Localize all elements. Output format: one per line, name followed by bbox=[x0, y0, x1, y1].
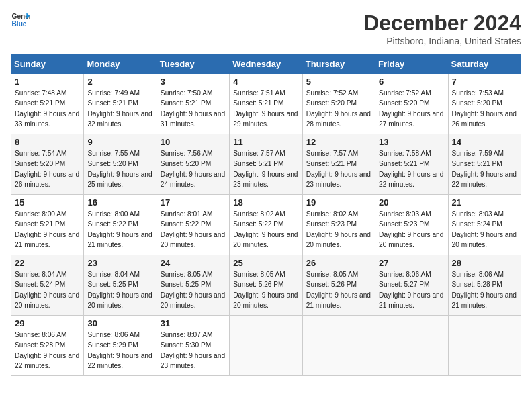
day-info: Sunrise: 8:00 AMSunset: 5:21 PMDaylight:… bbox=[15, 210, 79, 248]
day-number: 14 bbox=[452, 137, 517, 147]
day-number: 9 bbox=[87, 137, 152, 147]
column-header-thursday: Thursday bbox=[302, 55, 375, 74]
day-info: Sunrise: 7:55 AMSunset: 5:20 PMDaylight:… bbox=[87, 150, 152, 188]
day-number: 24 bbox=[161, 258, 226, 268]
day-info: Sunrise: 7:59 AMSunset: 5:21 PMDaylight:… bbox=[452, 150, 517, 188]
day-info: Sunrise: 8:06 AMSunset: 5:27 PMDaylight:… bbox=[379, 271, 443, 309]
calendar-cell: 2Sunrise: 7:49 AMSunset: 5:21 PMDaylight… bbox=[84, 74, 157, 134]
column-header-wednesday: Wednesday bbox=[230, 55, 302, 74]
day-info: Sunrise: 7:52 AMSunset: 5:20 PMDaylight:… bbox=[379, 89, 443, 128]
calendar-cell: 25Sunrise: 8:05 AMSunset: 5:26 PMDayligh… bbox=[230, 255, 302, 316]
day-info: Sunrise: 7:52 AMSunset: 5:20 PMDaylight:… bbox=[306, 89, 371, 128]
day-number: 20 bbox=[379, 197, 444, 208]
calendar-cell: 27Sunrise: 8:06 AMSunset: 5:27 PMDayligh… bbox=[375, 255, 448, 316]
day-info: Sunrise: 8:04 AMSunset: 5:25 PMDaylight:… bbox=[87, 271, 152, 309]
day-number: 23 bbox=[87, 258, 152, 268]
week-row-4: 22Sunrise: 8:04 AMSunset: 5:24 PMDayligh… bbox=[11, 255, 521, 316]
column-header-saturday: Saturday bbox=[448, 55, 521, 74]
day-number: 25 bbox=[233, 258, 298, 268]
day-info: Sunrise: 7:58 AMSunset: 5:21 PMDaylight:… bbox=[379, 150, 443, 188]
day-info: Sunrise: 8:06 AMSunset: 5:29 PMDaylight:… bbox=[87, 331, 152, 369]
week-row-5: 29Sunrise: 8:06 AMSunset: 5:28 PMDayligh… bbox=[11, 316, 521, 376]
day-info: Sunrise: 8:05 AMSunset: 5:26 PMDaylight:… bbox=[233, 271, 298, 309]
column-header-monday: Monday bbox=[84, 55, 157, 74]
day-info: Sunrise: 8:03 AMSunset: 5:24 PMDaylight:… bbox=[452, 210, 517, 248]
day-number: 4 bbox=[233, 77, 298, 87]
month-title: December 2024 bbox=[363, 11, 521, 36]
calendar-cell: 17Sunrise: 8:01 AMSunset: 5:22 PMDayligh… bbox=[157, 195, 229, 255]
day-number: 28 bbox=[452, 258, 517, 268]
calendar-cell: 15Sunrise: 8:00 AMSunset: 5:21 PMDayligh… bbox=[11, 195, 84, 255]
week-row-2: 8Sunrise: 7:54 AMSunset: 5:20 PMDaylight… bbox=[11, 134, 521, 195]
calendar-cell: 7Sunrise: 7:53 AMSunset: 5:20 PMDaylight… bbox=[448, 74, 521, 134]
week-row-1: 1Sunrise: 7:48 AMSunset: 5:21 PMDaylight… bbox=[11, 74, 521, 134]
day-number: 19 bbox=[306, 197, 371, 208]
day-number: 3 bbox=[161, 77, 226, 87]
calendar-cell: 12Sunrise: 7:57 AMSunset: 5:21 PMDayligh… bbox=[302, 134, 375, 195]
calendar-cell: 22Sunrise: 8:04 AMSunset: 5:24 PMDayligh… bbox=[11, 255, 84, 316]
location: Pittsboro, Indiana, United States bbox=[363, 36, 521, 46]
calendar-cell: 4Sunrise: 7:51 AMSunset: 5:21 PMDaylight… bbox=[230, 74, 302, 134]
calendar-cell: 6Sunrise: 7:52 AMSunset: 5:20 PMDaylight… bbox=[375, 74, 448, 134]
day-number: 30 bbox=[87, 318, 152, 328]
calendar-cell: 13Sunrise: 7:58 AMSunset: 5:21 PMDayligh… bbox=[375, 134, 448, 195]
calendar-cell bbox=[448, 316, 521, 376]
calendar-cell: 23Sunrise: 8:04 AMSunset: 5:25 PMDayligh… bbox=[84, 255, 157, 316]
day-number: 10 bbox=[161, 137, 226, 147]
day-number: 8 bbox=[15, 137, 80, 147]
calendar-cell bbox=[230, 316, 302, 376]
calendar-cell: 18Sunrise: 8:02 AMSunset: 5:22 PMDayligh… bbox=[230, 195, 302, 255]
day-number: 15 bbox=[15, 197, 80, 208]
day-info: Sunrise: 8:01 AMSunset: 5:22 PMDaylight:… bbox=[161, 210, 225, 248]
day-number: 1 bbox=[15, 77, 80, 87]
day-info: Sunrise: 7:50 AMSunset: 5:21 PMDaylight:… bbox=[161, 89, 225, 128]
day-info: Sunrise: 8:00 AMSunset: 5:22 PMDaylight:… bbox=[87, 210, 152, 248]
calendar-cell: 28Sunrise: 8:06 AMSunset: 5:28 PMDayligh… bbox=[448, 255, 521, 316]
day-info: Sunrise: 7:56 AMSunset: 5:20 PMDaylight:… bbox=[161, 150, 225, 188]
calendar-cell: 30Sunrise: 8:06 AMSunset: 5:29 PMDayligh… bbox=[84, 316, 157, 376]
day-info: Sunrise: 7:49 AMSunset: 5:21 PMDaylight:… bbox=[87, 89, 152, 128]
day-info: Sunrise: 8:03 AMSunset: 5:23 PMDaylight:… bbox=[379, 210, 443, 248]
day-info: Sunrise: 7:48 AMSunset: 5:21 PMDaylight:… bbox=[15, 89, 79, 128]
day-number: 29 bbox=[15, 318, 80, 328]
logo: General Blue bbox=[11, 11, 30, 30]
calendar-cell: 5Sunrise: 7:52 AMSunset: 5:20 PMDaylight… bbox=[302, 74, 375, 134]
day-number: 11 bbox=[233, 137, 298, 147]
day-info: Sunrise: 8:05 AMSunset: 5:26 PMDaylight:… bbox=[306, 271, 371, 309]
calendar-cell bbox=[302, 316, 375, 376]
day-number: 6 bbox=[379, 77, 444, 87]
day-number: 21 bbox=[452, 197, 517, 208]
day-info: Sunrise: 8:06 AMSunset: 5:28 PMDaylight:… bbox=[452, 271, 517, 309]
day-info: Sunrise: 8:07 AMSunset: 5:30 PMDaylight:… bbox=[161, 331, 225, 369]
day-info: Sunrise: 7:57 AMSunset: 5:21 PMDaylight:… bbox=[233, 150, 298, 188]
day-number: 31 bbox=[161, 318, 226, 328]
calendar-cell: 19Sunrise: 8:02 AMSunset: 5:23 PMDayligh… bbox=[302, 195, 375, 255]
calendar-cell: 8Sunrise: 7:54 AMSunset: 5:20 PMDaylight… bbox=[11, 134, 84, 195]
calendar-cell: 20Sunrise: 8:03 AMSunset: 5:23 PMDayligh… bbox=[375, 195, 448, 255]
calendar-cell: 29Sunrise: 8:06 AMSunset: 5:28 PMDayligh… bbox=[11, 316, 84, 376]
day-number: 27 bbox=[379, 258, 444, 268]
day-number: 13 bbox=[379, 137, 444, 147]
logo-icon: General Blue bbox=[11, 11, 30, 30]
day-number: 18 bbox=[233, 197, 298, 208]
header: General Blue December 2024 Pittsboro, In… bbox=[11, 11, 521, 46]
day-info: Sunrise: 8:05 AMSunset: 5:25 PMDaylight:… bbox=[161, 271, 225, 309]
calendar-cell: 11Sunrise: 7:57 AMSunset: 5:21 PMDayligh… bbox=[230, 134, 302, 195]
day-info: Sunrise: 8:04 AMSunset: 5:24 PMDaylight:… bbox=[15, 271, 79, 309]
svg-text:Blue: Blue bbox=[12, 20, 27, 28]
day-number: 22 bbox=[15, 258, 80, 268]
day-number: 17 bbox=[161, 197, 226, 208]
day-info: Sunrise: 7:57 AMSunset: 5:21 PMDaylight:… bbox=[306, 150, 371, 188]
calendar-cell: 16Sunrise: 8:00 AMSunset: 5:22 PMDayligh… bbox=[84, 195, 157, 255]
calendar-cell: 10Sunrise: 7:56 AMSunset: 5:20 PMDayligh… bbox=[157, 134, 229, 195]
week-row-3: 15Sunrise: 8:00 AMSunset: 5:21 PMDayligh… bbox=[11, 195, 521, 255]
day-info: Sunrise: 7:51 AMSunset: 5:21 PMDaylight:… bbox=[233, 89, 298, 128]
column-header-friday: Friday bbox=[375, 55, 448, 74]
calendar-cell: 21Sunrise: 8:03 AMSunset: 5:24 PMDayligh… bbox=[448, 195, 521, 255]
day-number: 7 bbox=[452, 77, 517, 87]
day-number: 2 bbox=[87, 77, 152, 87]
calendar-cell: 3Sunrise: 7:50 AMSunset: 5:21 PMDaylight… bbox=[157, 74, 229, 134]
calendar-cell: 31Sunrise: 8:07 AMSunset: 5:30 PMDayligh… bbox=[157, 316, 229, 376]
day-info: Sunrise: 7:53 AMSunset: 5:20 PMDaylight:… bbox=[452, 89, 517, 128]
day-number: 12 bbox=[306, 137, 371, 147]
